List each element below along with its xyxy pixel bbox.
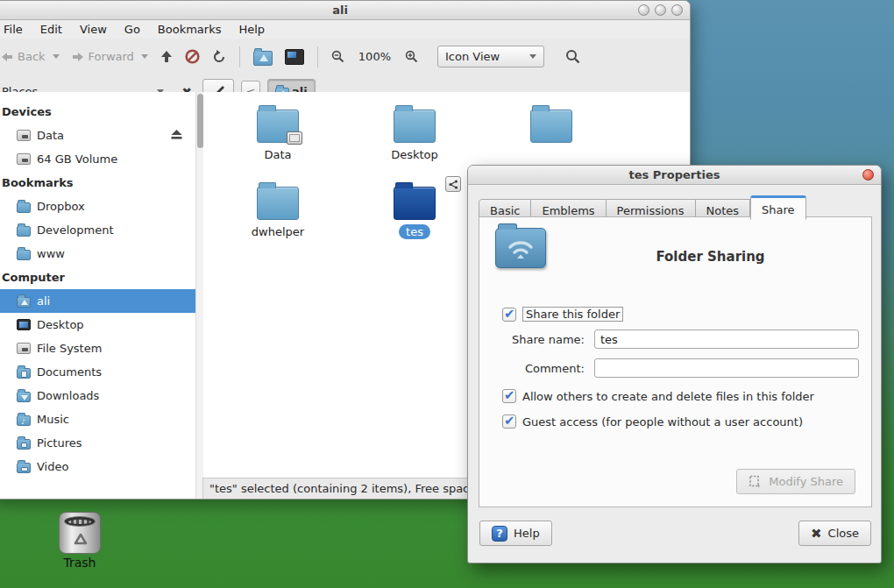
dialog-title: tes Properties (629, 168, 720, 181)
close-button[interactable] (671, 4, 683, 16)
modify-share-button[interactable]: Modify Share (736, 469, 855, 494)
scrollbar-thumb[interactable] (197, 94, 203, 148)
forward-button[interactable]: Forward (67, 46, 153, 67)
guest-access-checkbox[interactable]: Guest access (for people without a user … (502, 414, 803, 429)
zoom-level: 100% (351, 50, 398, 63)
downloads-folder-icon (17, 392, 31, 402)
pictures-folder-icon (17, 439, 31, 450)
comment-input[interactable] (594, 358, 859, 378)
sidebar-item-64gb-volume[interactable]: 64 GB Volume (0, 147, 195, 171)
stop-button[interactable] (180, 45, 205, 68)
file-item-data[interactable]: Data (212, 110, 344, 161)
folder-icon (257, 187, 299, 220)
folder-icon (17, 226, 31, 237)
properties-dialog: tes Properties Basic Emblems Permissions… (467, 165, 882, 563)
places-sidebar: Devices Data 64 GB Volume Bookmarks Drop… (0, 92, 195, 499)
minimize-button[interactable] (638, 4, 649, 16)
modify-share-icon (749, 475, 763, 489)
file-item-dwhelper[interactable]: dwhelper (212, 187, 344, 238)
help-button[interactable]: ? Help (479, 521, 552, 546)
toolbar: Back Forward (0, 39, 690, 74)
sidebar-item-music[interactable]: ♪ Music (0, 407, 195, 431)
zoom-in-button[interactable] (400, 46, 423, 67)
sidebar-item-documents[interactable]: Documents (0, 360, 195, 384)
eject-icon (170, 129, 183, 140)
home-button[interactable] (248, 44, 278, 70)
home-folder-icon (17, 297, 31, 308)
zoom-out-icon (331, 50, 344, 63)
maximize-button[interactable] (655, 4, 666, 16)
zoom-out-button[interactable] (326, 46, 350, 67)
computer-icon (285, 49, 304, 65)
search-icon (565, 49, 580, 64)
back-button[interactable]: Back (0, 46, 65, 67)
allow-others-checkbox[interactable]: Allow others to create and delete files … (502, 389, 814, 403)
file-item-desktop[interactable]: Desktop (349, 110, 480, 161)
stop-icon (185, 49, 200, 64)
video-folder-icon (17, 463, 31, 473)
home-folder-icon (253, 51, 273, 66)
sidebar-scrollbar[interactable] (195, 92, 203, 499)
search-button[interactable] (560, 45, 585, 68)
checkbox-checked-icon[interactable] (502, 414, 516, 429)
checkbox-checked-icon[interactable] (502, 389, 516, 403)
menu-edit[interactable]: Edit (32, 21, 70, 38)
refresh-icon (212, 50, 226, 64)
sidebar-item-development[interactable]: Development (0, 218, 195, 242)
documents-folder-icon (17, 368, 31, 379)
comment-row: Comment: (490, 358, 859, 378)
share-this-folder-checkbox[interactable]: Share this folder (502, 307, 623, 322)
view-mode-select[interactable]: Icon View (437, 46, 544, 67)
trash-desktop-icon[interactable]: Trash (40, 512, 119, 570)
refresh-button[interactable] (207, 46, 231, 68)
window-titlebar[interactable]: ali (0, 1, 690, 20)
share-name-input[interactable] (594, 329, 859, 349)
share-tab-panel: Folder Sharing Share this folder Share n… (479, 216, 872, 507)
comment-label: Comment: (490, 362, 585, 375)
back-arrow-icon (1, 52, 13, 62)
dialog-titlebar[interactable]: tes Properties (468, 166, 881, 185)
sidebar-item-desktop[interactable]: Desktop (0, 313, 195, 337)
menu-bookmarks[interactable]: Bookmarks (150, 21, 230, 38)
drive-emblem-icon (287, 131, 302, 145)
close-button[interactable]: ✖ Close (798, 521, 871, 546)
shared-folder-icon (495, 228, 546, 268)
sidebar-item-data[interactable]: Data (0, 124, 195, 147)
sidebar-item-pictures[interactable]: Pictures (0, 431, 195, 455)
sidebar-item-video[interactable]: Video (0, 455, 195, 478)
folder-icon (530, 110, 572, 143)
recycle-icon (72, 532, 89, 549)
forward-arrow-icon (72, 52, 84, 62)
desktop-button[interactable] (280, 45, 309, 69)
tab-share[interactable]: Share (750, 195, 806, 220)
file-item-tes[interactable]: tes (349, 187, 480, 239)
sidebar-item-ali[interactable]: ali (0, 289, 195, 313)
menu-view[interactable]: View (72, 21, 115, 38)
checkbox-checked-icon[interactable] (502, 308, 516, 322)
file-item-hidden[interactable] (486, 110, 617, 148)
chevron-down-icon (53, 54, 60, 59)
drive-icon (17, 130, 31, 141)
folder-icon (17, 250, 31, 260)
chevron-down-icon (529, 54, 536, 59)
sidebar-item-file-system[interactable]: File System (0, 337, 195, 360)
sidebar-item-dropbox[interactable]: Dropbox (0, 195, 195, 218)
share-name-row: Share name: (490, 329, 859, 349)
drive-icon (17, 343, 31, 354)
sidebar-section-devices: Devices (0, 100, 195, 124)
menu-file[interactable]: File (0, 21, 31, 38)
sidebar-item-downloads[interactable]: Downloads (0, 384, 195, 407)
menu-go[interactable]: Go (117, 21, 148, 38)
eject-button[interactable] (170, 129, 183, 143)
help-icon: ? (492, 526, 507, 542)
trash-can-icon (59, 512, 101, 554)
drive-icon (17, 153, 31, 165)
folder-icon (257, 110, 299, 143)
sidebar-item-www[interactable]: www (0, 242, 195, 266)
sidebar-section-bookmarks: Bookmarks (0, 171, 195, 195)
up-button[interactable] (155, 46, 178, 67)
dialog-close-button[interactable] (862, 169, 874, 181)
folder-sharing-heading: Folder Sharing (558, 249, 862, 265)
zoom-in-icon (405, 50, 418, 63)
menu-help[interactable]: Help (231, 21, 273, 38)
